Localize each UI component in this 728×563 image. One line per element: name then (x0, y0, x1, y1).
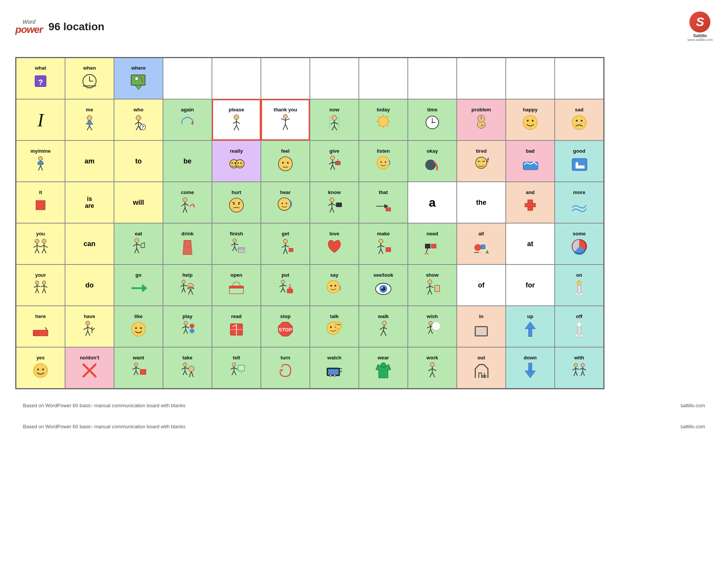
cell-r4-c9[interactable]: a (408, 182, 457, 223)
cell-r8-c9[interactable]: work (408, 347, 457, 388)
cell-r4-c10[interactable]: the (457, 182, 506, 223)
cell-r7-c5[interactable]: read (212, 306, 261, 347)
cell-r8-c7[interactable]: watch (310, 347, 359, 388)
cell-r3-c3[interactable]: to (114, 140, 163, 182)
cell-r2-c1[interactable]: I (16, 99, 65, 140)
cell-r6-c4[interactable]: help (163, 264, 212, 306)
cell-r4-c4[interactable]: come (163, 182, 212, 223)
cell-r3-c11[interactable]: bad (506, 140, 555, 182)
svg-line-296 (136, 371, 138, 375)
cell-r6-c12[interactable]: on (555, 264, 604, 306)
cell-r5-c11[interactable]: at (506, 223, 555, 264)
cell-r3-c8[interactable]: listen (359, 140, 408, 182)
cell-r4-c11[interactable]: and (506, 182, 555, 223)
cell-r2-c4[interactable]: again (163, 99, 212, 140)
cell-r5-c5[interactable]: finish (212, 223, 261, 264)
cell-r6-c1[interactable]: your (16, 264, 65, 306)
cell-r8-c5[interactable]: tell (212, 347, 261, 388)
cell-r1-c1[interactable]: what? (16, 58, 65, 99)
cell-r8-c8[interactable]: wear (359, 347, 408, 388)
cell-r7-c6[interactable]: stopSTOP (261, 306, 310, 347)
cell-r3-c7[interactable]: give (310, 140, 359, 182)
cell-r8-c12[interactable]: with (555, 347, 604, 388)
cell-r6-c10[interactable]: of (457, 264, 506, 306)
cell-r5-c8[interactable]: make (359, 223, 408, 264)
cell-r5-c9[interactable]: need (408, 223, 457, 264)
cell-r4-c8[interactable]: that (359, 182, 408, 223)
cell-r4-c6[interactable]: hear (261, 182, 310, 223)
cell-r1-c9[interactable] (408, 58, 457, 99)
cell-r2-c12[interactable]: sad (555, 99, 604, 140)
cell-r1-c3[interactable]: where (114, 58, 163, 99)
cell-r4-c1[interactable]: it (16, 182, 65, 223)
cell-r1-c4[interactable] (163, 58, 212, 99)
cell-r5-c10[interactable]: all (457, 223, 506, 264)
cell-r3-c2[interactable]: am (65, 140, 114, 182)
cell-r2-c5[interactable]: please (212, 99, 261, 140)
cell-r5-c1[interactable]: you (16, 223, 65, 264)
cell-r3-c9[interactable]: okay (408, 140, 457, 182)
cell-r7-c8[interactable]: walk (359, 306, 408, 347)
cell-r7-c2[interactable]: have (65, 306, 114, 347)
cell-r1-c10[interactable] (457, 58, 506, 99)
cell-r1-c5[interactable] (212, 58, 261, 99)
cell-r4-c2[interactable]: isare (65, 182, 114, 223)
cell-r8-c6[interactable]: turn (261, 347, 310, 388)
cell-r8-c3[interactable]: want (114, 347, 163, 388)
cell-r7-c3[interactable]: like (114, 306, 163, 347)
cell-r2-c11[interactable]: happy (506, 99, 555, 140)
cell-r2-c2[interactable]: me (65, 99, 114, 140)
cell-r3-c4[interactable]: be (163, 140, 212, 182)
cell-r6-c11[interactable]: for (506, 264, 555, 306)
cell-r6-c9[interactable]: show (408, 264, 457, 306)
cell-r2-c7[interactable]: now (310, 99, 359, 140)
cell-r7-c10[interactable]: in (457, 306, 506, 347)
cell-r4-c5[interactable]: hurt (212, 182, 261, 223)
cell-r6-c7[interactable]: say (310, 264, 359, 306)
cell-r8-c1[interactable]: yes (16, 347, 65, 388)
cell-r5-c3[interactable]: eat (114, 223, 163, 264)
cell-r2-c6[interactable]: thank you (261, 99, 310, 140)
cell-r5-c12[interactable]: some (555, 223, 604, 264)
cell-r5-c6[interactable]: get (261, 223, 310, 264)
cell-r2-c9[interactable]: time (408, 99, 457, 140)
svg-line-166 (381, 249, 383, 254)
cell-r1-c11[interactable] (506, 58, 555, 99)
svg-line-224 (428, 289, 430, 294)
cell-r7-c9[interactable]: wish... (408, 306, 457, 347)
cell-r4-c12[interactable]: more (555, 182, 604, 223)
cell-r4-c7[interactable]: know (310, 182, 359, 223)
cell-r8-c11[interactable]: down (506, 347, 555, 388)
cell-label: open (230, 272, 242, 278)
cell-r8-c2[interactable]: no/don't (65, 347, 114, 388)
cell-r3-c12[interactable]: good (555, 140, 604, 182)
cell-r6-c8[interactable]: see/look (359, 264, 408, 306)
cell-r3-c1[interactable]: my/mine (16, 140, 65, 182)
cell-r3-c10[interactable]: tiredzz (457, 140, 506, 182)
cell-r2-c10[interactable]: problem (457, 99, 506, 140)
cell-r6-c3[interactable]: go (114, 264, 163, 306)
cell-r7-c12[interactable]: off (555, 306, 604, 347)
cell-r1-c2[interactable]: when←→ (65, 58, 114, 99)
cell-r5-c4[interactable]: drink (163, 223, 212, 264)
cell-r4-c3[interactable]: will (114, 182, 163, 223)
cell-r1-c6[interactable] (261, 58, 310, 99)
cell-r8-c4[interactable]: take (163, 347, 212, 388)
cell-r5-c2[interactable]: can (65, 223, 114, 264)
cell-r7-c7[interactable]: talk (310, 306, 359, 347)
cell-r7-c11[interactable]: up (506, 306, 555, 347)
cell-r8-c10[interactable]: out (457, 347, 506, 388)
cell-r6-c2[interactable]: do (65, 264, 114, 306)
cell-r1-c8[interactable] (359, 58, 408, 99)
cell-r2-c3[interactable]: who? (114, 99, 163, 140)
cell-r6-c5[interactable]: open (212, 264, 261, 306)
cell-r7-c4[interactable]: play (163, 306, 212, 347)
cell-r7-c1[interactable]: here (16, 306, 65, 347)
cell-r3-c5[interactable]: really (212, 140, 261, 182)
cell-r5-c7[interactable]: love (310, 223, 359, 264)
cell-r1-c12[interactable] (555, 58, 604, 99)
cell-r6-c6[interactable]: put (261, 264, 310, 306)
cell-r3-c6[interactable]: feel (261, 140, 310, 182)
cell-r2-c8[interactable]: today (359, 99, 408, 140)
cell-r1-c7[interactable] (310, 58, 359, 99)
